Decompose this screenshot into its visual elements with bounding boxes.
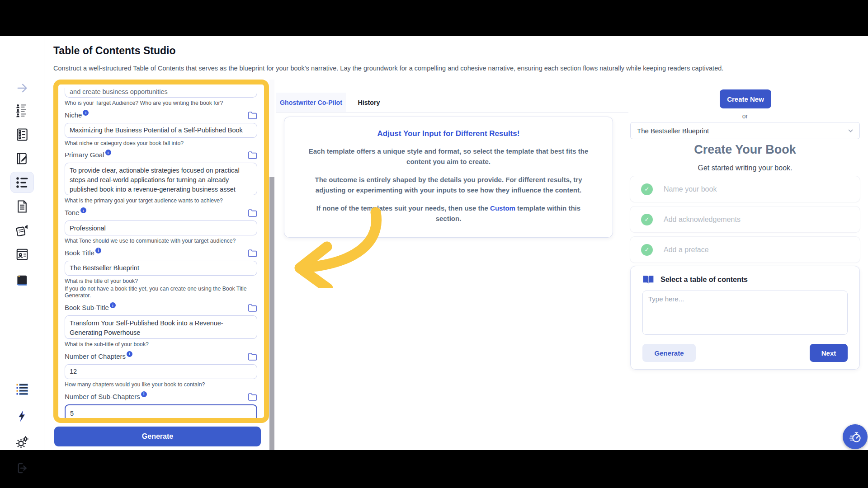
generate-toc-button[interactable]: Generate bbox=[54, 427, 261, 446]
tab-history[interactable]: History bbox=[346, 93, 392, 112]
step-label: Add a preface bbox=[664, 246, 709, 254]
book-title-input[interactable] bbox=[65, 261, 257, 276]
info-icon[interactable]: i bbox=[141, 391, 147, 397]
copilot-tabbar: Ghostwriter Co-Pilot History bbox=[276, 93, 628, 113]
field-helper-secondary: If you do not have a book title yet, you… bbox=[65, 286, 257, 300]
template-select-value: The Bestseller Blueprint bbox=[637, 127, 709, 135]
chevron-down-icon bbox=[848, 129, 853, 132]
field-label: Tone bbox=[65, 209, 80, 216]
toc-input-form: and create business opportunities Who is… bbox=[53, 80, 269, 423]
step-label: Name your book bbox=[664, 185, 717, 193]
folder-icon[interactable] bbox=[248, 393, 257, 401]
step-add-a-preface[interactable]: ✓ Add a preface bbox=[630, 237, 860, 263]
sidebar bbox=[0, 36, 44, 450]
info-icon[interactable]: i bbox=[110, 302, 116, 308]
field-label: Book Sub-Title bbox=[65, 304, 109, 311]
speed-assistant-fab[interactable] bbox=[843, 424, 868, 449]
info-icon[interactable]: i bbox=[105, 150, 111, 155]
num-subchapters-input[interactable] bbox=[65, 404, 257, 422]
draft-pages-icon[interactable] bbox=[0, 199, 44, 214]
create-your-book-subheading: Get started writing your book. bbox=[628, 164, 862, 172]
primary-goal-textarea[interactable]: To provide clear, actionable strategies … bbox=[65, 163, 257, 195]
book-subtitle-field: Book Sub-Title i Transform Your Self-Pub… bbox=[65, 304, 257, 348]
yellow-annotation-arrow bbox=[274, 200, 400, 288]
templates-icon[interactable] bbox=[0, 127, 44, 142]
step-name-your-book[interactable]: ✓ Name your book bbox=[630, 176, 860, 202]
custom-template-link[interactable]: Custom bbox=[490, 204, 515, 212]
check-icon: ✓ bbox=[641, 214, 653, 225]
page-subtitle: Construct a well-structured Table of Con… bbox=[53, 65, 754, 72]
field-helper: What niche or category does your book fa… bbox=[65, 140, 257, 147]
field-helper: What is the sub-title of your book? bbox=[65, 341, 257, 348]
target-audience-textarea-clipped[interactable]: and create business opportunities bbox=[65, 88, 257, 98]
template-select[interactable]: The Bestseller Blueprint bbox=[630, 122, 860, 139]
primary-goal-field: Primary Goal i To provide clear, actiona… bbox=[65, 151, 257, 205]
check-icon: ✓ bbox=[641, 183, 653, 195]
open-book-icon bbox=[642, 275, 654, 284]
field-label: Book Title bbox=[65, 249, 94, 257]
table-of-contents-icon[interactable] bbox=[0, 175, 44, 190]
create-your-book-heading: Create Your Book bbox=[628, 143, 862, 157]
info-icon[interactable]: i bbox=[127, 351, 132, 357]
niche-input[interactable] bbox=[65, 123, 257, 138]
logout-icon[interactable] bbox=[0, 461, 44, 475]
generate-button[interactable]: Generate bbox=[642, 344, 696, 362]
list-icon[interactable] bbox=[0, 382, 44, 396]
step-label: Add acknowledgements bbox=[664, 216, 741, 224]
field-label: Number of Sub-Chapters bbox=[65, 393, 140, 400]
folder-icon[interactable] bbox=[248, 209, 257, 217]
stopwatch-icon bbox=[849, 430, 862, 444]
num-chapters-input[interactable] bbox=[65, 364, 257, 379]
audiobook-icon[interactable] bbox=[0, 224, 44, 238]
folder-icon[interactable] bbox=[248, 111, 257, 119]
step-add-acknowledgements[interactable]: ✓ Add acknowledgements bbox=[630, 206, 860, 232]
field-label: Primary Goal bbox=[65, 151, 104, 159]
info-card-title: Adjust Your Input for Different Results! bbox=[303, 129, 594, 138]
audience-list-icon[interactable] bbox=[0, 103, 44, 118]
target-audience-helper: Who is your Target Audience? Who are you… bbox=[65, 100, 257, 107]
book-icon[interactable] bbox=[0, 273, 44, 288]
bottom-letterbox-bar bbox=[0, 450, 868, 488]
field-label: Number of Chapters bbox=[65, 352, 126, 360]
author-profile-icon[interactable] bbox=[0, 247, 44, 262]
book-title-field: Book Title i What is the title of your b… bbox=[65, 249, 257, 300]
folder-icon[interactable] bbox=[248, 151, 257, 159]
field-label: Niche bbox=[65, 111, 82, 119]
select-toc-card: Select a table of contents Generate Next bbox=[630, 266, 860, 370]
tone-input[interactable] bbox=[65, 221, 257, 235]
or-separator: or bbox=[628, 113, 862, 120]
num-subchapters-field: Number of Sub-Chapters i How many sub-ch… bbox=[65, 393, 257, 423]
folder-icon[interactable] bbox=[248, 352, 257, 361]
collapse-arrow-icon[interactable] bbox=[0, 81, 44, 95]
field-helper: What is the primary goal your target aud… bbox=[65, 197, 257, 205]
tab-ghostwriter-copilot[interactable]: Ghostwriter Co-Pilot bbox=[276, 93, 346, 112]
top-letterbox-bar bbox=[0, 0, 868, 36]
info-card-paragraph-2: The outcome is entirely shaped by the de… bbox=[303, 175, 594, 195]
info-icon[interactable]: i bbox=[80, 207, 86, 213]
field-helper: What is the title of your book? bbox=[65, 278, 257, 285]
folder-icon[interactable] bbox=[248, 249, 257, 257]
select-toc-title: Select a table of contents bbox=[660, 276, 748, 284]
folder-icon[interactable] bbox=[248, 304, 257, 312]
book-subtitle-textarea[interactable]: Transform Your Self-Published Book into … bbox=[65, 315, 257, 339]
check-icon: ✓ bbox=[641, 244, 653, 256]
write-book-icon[interactable] bbox=[0, 151, 44, 166]
info-icon[interactable]: i bbox=[83, 110, 89, 116]
create-new-button[interactable]: Create New bbox=[720, 89, 771, 108]
toc-text-input[interactable] bbox=[642, 291, 848, 335]
info-card-paragraph-1: Each template offers a unique style and … bbox=[303, 146, 594, 167]
tone-field: Tone i What Tone should we use to commun… bbox=[65, 209, 257, 245]
quick-actions-icon[interactable] bbox=[0, 409, 44, 423]
niche-field: Niche i What niche or category does your… bbox=[65, 111, 257, 147]
field-helper: How many chapters would you like your bo… bbox=[65, 381, 257, 389]
field-helper: What Tone should we use to communicate w… bbox=[65, 238, 257, 245]
info-icon[interactable]: i bbox=[95, 248, 101, 253]
num-chapters-field: Number of Chapters i How many chapters w… bbox=[65, 352, 257, 389]
settings-icon[interactable] bbox=[0, 435, 44, 450]
next-button[interactable]: Next bbox=[810, 344, 848, 362]
page-title: Table of Contents Studio bbox=[53, 45, 175, 57]
